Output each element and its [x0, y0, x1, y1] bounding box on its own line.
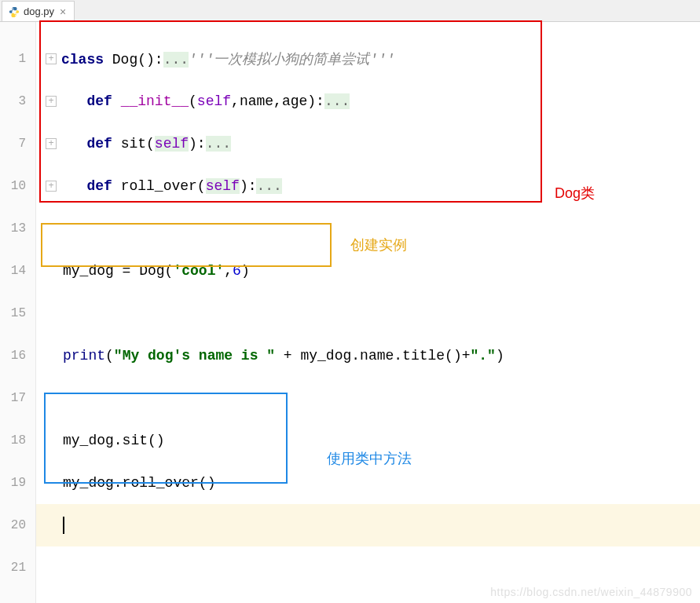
inst-pre: my_dog = Dog(: [63, 263, 173, 279]
keyword-def: def: [86, 136, 112, 152]
param-self: self: [197, 93, 231, 109]
paren-close: ):: [240, 178, 257, 194]
code-line: print("My dog's name is " + my_dog.name.…: [36, 334, 700, 377]
code-line: my_dog.roll_over(): [36, 462, 700, 504]
file-tab[interactable]: dog.py ×: [2, 1, 75, 21]
annotation-label-instance: 创建实例: [350, 236, 407, 254]
fold-icon[interactable]: +: [46, 53, 57, 64]
svg-point-1: [15, 14, 16, 15]
line-number: 3: [0, 80, 35, 122]
code-line: [36, 546, 700, 589]
line-number: 16: [0, 334, 35, 377]
line-number: 19: [0, 462, 35, 504]
code-area[interactable]: + class Dog():...'''一次模拟小狗的简单尝试''' + def…: [36, 22, 700, 603]
svg-point-0: [13, 7, 13, 8]
class-name: Dog():: [104, 52, 163, 68]
line-number: 18: [0, 419, 35, 462]
code-line: + def __init__(self,name,age):...: [36, 80, 700, 122]
python-file-icon: [9, 6, 20, 17]
fold-icon[interactable]: +: [46, 96, 57, 107]
keyword-def: def: [86, 93, 112, 109]
fold-icon[interactable]: +: [46, 181, 57, 192]
call-sit: my_dog.sit(): [63, 433, 165, 448]
code-line: my_dog = Dog('cool',6): [36, 250, 700, 292]
caret-icon: [63, 517, 64, 534]
line-number: 21: [0, 546, 35, 589]
paren: (: [105, 348, 114, 364]
fold-ellipsis[interactable]: ...: [206, 136, 231, 152]
sit-fn: sit: [121, 136, 146, 152]
close-icon[interactable]: ×: [58, 5, 68, 18]
comma: ,: [224, 263, 233, 279]
code-line: + class Dog():...'''一次模拟小狗的简单尝试''': [36, 38, 700, 80]
line-number: 13: [0, 207, 35, 250]
fold-ellipsis[interactable]: ...: [256, 178, 281, 194]
paren: (: [189, 93, 197, 109]
roll-over-fn: roll_over: [121, 178, 197, 194]
call-roll-over: my_dog.roll_over(): [63, 475, 215, 491]
string-literal: ".": [471, 348, 496, 364]
line-number: 7: [0, 122, 35, 165]
param-self: self: [155, 136, 189, 152]
line-number: 1: [0, 38, 35, 80]
print-fn: print: [63, 348, 105, 364]
code-line: + def roll_over(self):...: [36, 165, 700, 207]
fold-ellipsis[interactable]: ...: [324, 93, 350, 109]
line-number: 10: [0, 165, 35, 207]
init-fn: __init__: [121, 93, 189, 109]
params-rest: ,name,age):: [231, 93, 324, 109]
editor: 1 3 7 10 13 14 15 16 17 18 19 20 21 + cl…: [0, 22, 700, 603]
annotation-label-methods: 使用类中方法: [327, 449, 412, 468]
string-literal: "My dog's name is ": [114, 348, 275, 364]
fold-ellipsis[interactable]: ...: [163, 52, 189, 68]
line-number: 14: [0, 250, 35, 292]
number-literal: 6: [233, 263, 241, 279]
concat: + my_dog.name.title()+: [275, 348, 470, 364]
string-literal: 'cool': [173, 263, 224, 279]
code-line: + def sit(self):...: [36, 122, 700, 165]
docstring: '''一次模拟小狗的简单尝试''': [189, 52, 395, 68]
code-line: [36, 292, 700, 334]
annotation-label-class: Dog类: [555, 184, 595, 203]
tab-title: dog.py: [24, 5, 54, 17]
keyword-class: class: [61, 52, 104, 68]
tab-bar: dog.py ×: [0, 0, 700, 22]
keyword-def: def: [86, 178, 112, 194]
paren-close: ): [496, 348, 504, 364]
line-number: 15: [0, 292, 35, 334]
param-self: self: [206, 178, 240, 194]
paren-close: ):: [189, 136, 206, 152]
code-line: [36, 377, 700, 419]
line-number: 20: [0, 504, 35, 546]
code-line-cursor[interactable]: [36, 504, 700, 546]
line-number: 17: [0, 377, 35, 419]
fold-icon[interactable]: +: [46, 138, 57, 149]
watermark: https://blog.csdn.net/weixin_44879900: [490, 586, 692, 598]
paren-close: ): [241, 263, 250, 279]
gutter: 1 3 7 10 13 14 15 16 17 18 19 20 21: [0, 22, 36, 603]
